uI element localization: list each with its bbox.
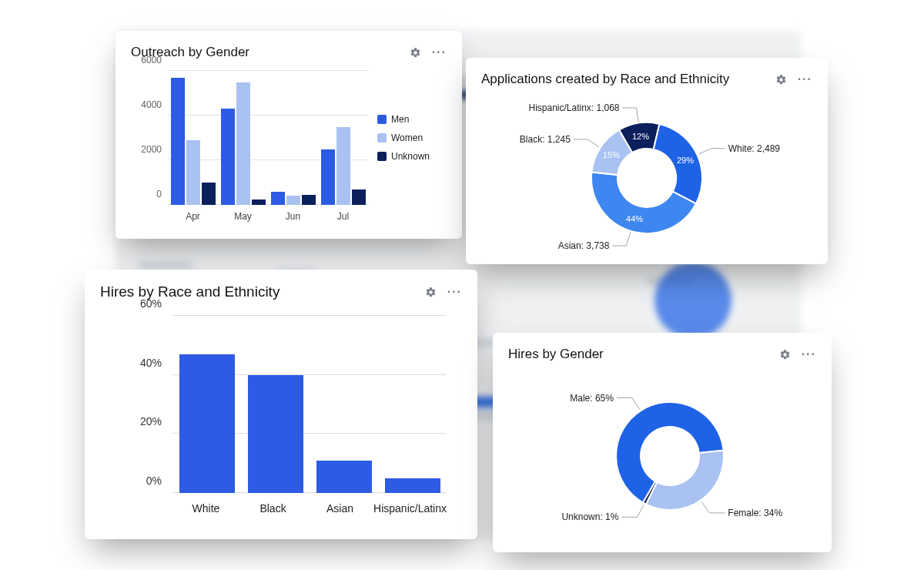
card-actions: ··· (779, 347, 816, 361)
card-actions: ··· (425, 285, 462, 299)
x-tick-label: Apr (168, 211, 218, 222)
bar-plot-area: 0200040006000 AprMayJunJul (136, 68, 368, 222)
x-tick-label: Jul (318, 211, 368, 222)
bars (168, 71, 368, 205)
hires-gender-donut: Male: 65%Female: 34%Unknown: 1% (508, 370, 816, 539)
swatch-icon (377, 133, 387, 142)
card-applications-by-race: Applications created by Race and Ethnici… (466, 58, 828, 264)
gear-icon[interactable] (775, 74, 787, 86)
applications-donut: 12%29%44%15% Hispanic/Latinx: 1,068White… (481, 95, 812, 256)
card-header: Applications created by Race and Ethnici… (481, 72, 812, 87)
hires-race-chart: 0%20%40%60% WhiteBlackAsianHispanic/Lati… (100, 308, 462, 516)
slice-label: Asian: 3,738 (558, 240, 610, 251)
bar (271, 192, 285, 205)
legend-item-unknown: Unknown (377, 151, 447, 162)
bars (172, 316, 447, 493)
y-axis: 0%20%40%60% (131, 316, 169, 493)
leader-line (621, 505, 644, 517)
legend-item-women: Women (377, 132, 447, 143)
more-icon[interactable]: ··· (447, 285, 462, 299)
bar (385, 478, 440, 493)
bar-group (318, 71, 368, 205)
card-hires-by-gender: Hires by Gender ··· Male: 65%Female: 34%… (493, 333, 832, 552)
bar-col (172, 316, 241, 493)
bar (302, 195, 316, 205)
slice-pct-label: 29% (677, 156, 694, 165)
card-header: Hires by Gender ··· (508, 347, 816, 362)
slice-pct-label: 15% (603, 150, 620, 159)
legend: Men Women Unknown (377, 68, 447, 222)
bar (202, 183, 216, 205)
leader-line (701, 501, 725, 513)
gear-icon[interactable] (425, 287, 437, 298)
bar (252, 200, 266, 205)
x-tick-label: Hispanic/Latinx (373, 502, 447, 515)
leader-line (698, 149, 725, 154)
bar (286, 196, 300, 205)
x-axis-labels: WhiteBlackAsianHispanic/Latinx (172, 502, 447, 515)
slice-label: Unknown: 1% (561, 511, 618, 522)
x-tick-label: May (218, 211, 268, 222)
donut-svg: Male: 65%Female: 34%Unknown: 1% (508, 370, 816, 539)
swatch-icon (377, 115, 387, 124)
leader-line (574, 139, 599, 147)
more-icon[interactable]: ··· (802, 347, 816, 361)
bar (236, 82, 250, 206)
card-actions: ··· (775, 72, 812, 86)
card-outreach-by-gender: Outreach by Gender ··· 0200040006000 Apr… (116, 31, 462, 239)
card-title: Applications created by Race and Ethnici… (481, 72, 729, 87)
card-hires-by-race: Hires by Race and Ethnicity ··· 0%20%40%… (85, 270, 477, 539)
swatch-icon (377, 152, 387, 161)
bar (336, 127, 350, 206)
slice-pct-label: 44% (626, 214, 643, 223)
legend-label: Men (391, 114, 409, 125)
x-tick-label: Asian (306, 502, 373, 515)
dashboard-stage: Outreach by Gender ··· 0200040006000 Apr… (0, 0, 924, 570)
bar-col (310, 316, 378, 493)
bar-col (378, 316, 447, 493)
x-tick-label: Jun (268, 211, 318, 222)
more-icon[interactable]: ··· (432, 45, 447, 59)
card-title: Hires by Gender (508, 347, 604, 362)
leader-line (612, 233, 630, 246)
legend-label: Unknown (391, 151, 430, 162)
bar (171, 78, 185, 205)
bar-col (241, 316, 310, 493)
bar (221, 109, 235, 205)
legend-item-men: Men (377, 114, 447, 125)
bar-group (268, 71, 318, 205)
bar (316, 461, 372, 493)
card-header: Outreach by Gender ··· (131, 45, 447, 60)
x-tick-label: White (172, 502, 239, 515)
gear-icon[interactable] (779, 349, 791, 360)
x-tick-label: Black (239, 502, 306, 515)
bar (321, 149, 335, 206)
bar (352, 189, 366, 205)
bar (186, 140, 200, 205)
donut-svg: 12%29%44%15% Hispanic/Latinx: 1,068White… (481, 95, 812, 256)
bar-group (218, 71, 268, 205)
slice-label: Male: 65% (570, 393, 614, 404)
y-axis: 0200040006000 (136, 71, 166, 205)
card-actions: ··· (410, 45, 447, 59)
legend-label: Women (391, 132, 423, 143)
slice-label: Hispanic/Latinx: 1,068 (528, 102, 619, 113)
slice-label: Female: 34% (728, 508, 782, 518)
donut-slice (646, 451, 724, 510)
bar-group (168, 71, 218, 205)
bar (179, 354, 235, 493)
x-axis-labels: AprMayJunJul (168, 211, 368, 222)
leader-line (617, 398, 640, 410)
slice-pct-label: 12% (632, 132, 649, 141)
more-icon[interactable]: ··· (798, 72, 812, 86)
gear-icon[interactable] (410, 47, 421, 59)
bar (248, 375, 303, 493)
card-title: Hires by Race and Ethnicity (100, 283, 280, 300)
leader-line (623, 108, 639, 122)
slice-label: White: 2,489 (728, 143, 781, 154)
slice-label: Black: 1,245 (520, 134, 571, 145)
outreach-chart: 0200040006000 AprMayJunJul Men Women Unk… (131, 68, 447, 222)
